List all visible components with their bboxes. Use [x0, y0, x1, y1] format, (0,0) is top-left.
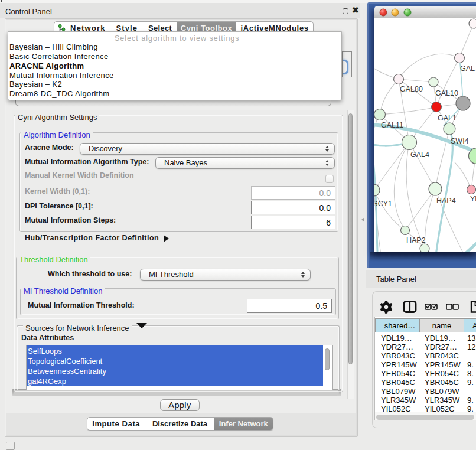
svg-text:HAP2: HAP2: [406, 236, 426, 244]
svg-text:GAL1: GAL1: [438, 114, 457, 122]
svg-text:GAL7: GAL7: [460, 64, 476, 73]
svg-text:SWI4: SWI4: [451, 137, 469, 145]
svg-text:HAP4: HAP4: [436, 197, 456, 205]
svg-text:GAL10: GAL10: [435, 89, 458, 97]
svg-text:GCY1: GCY1: [374, 200, 392, 208]
svg-text:YD: YD: [470, 195, 476, 203]
svg-text:GAL11: GAL11: [381, 121, 403, 129]
svg-text:GAL4: GAL4: [410, 151, 429, 159]
svg-text:GAL80: GAL80: [400, 85, 423, 93]
